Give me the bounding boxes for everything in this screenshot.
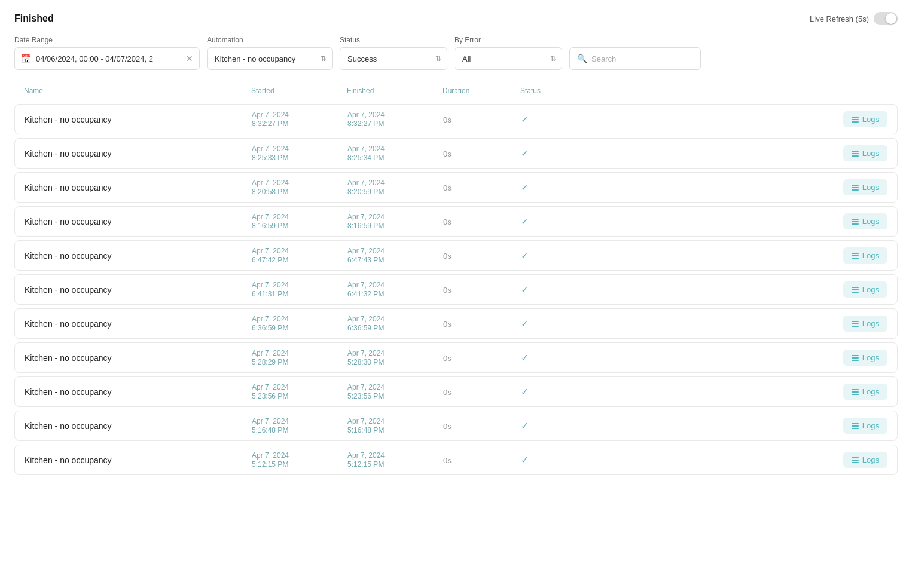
live-refresh-container: Live Refresh (5s) (810, 12, 898, 25)
row-actions: Logs (599, 316, 887, 332)
table-row: Kitchen - no occupancy Apr 7, 2024 8:25:… (14, 138, 898, 169)
row-name: Kitchen - no occupancy (25, 149, 252, 158)
row-started: Apr 7, 2024 5:28:29 PM (252, 349, 347, 366)
row-status: ✓ (521, 454, 599, 466)
automation-label: Automation (207, 36, 333, 44)
filters-bar: Date Range 📅 04/06/2024, 00:00 - 04/07/2… (14, 36, 898, 70)
row-finished: Apr 7, 2024 8:20:59 PM (347, 179, 443, 196)
row-name: Kitchen - no occupancy (25, 251, 252, 261)
logs-button[interactable]: Logs (843, 384, 887, 400)
logs-button[interactable]: Logs (843, 452, 887, 468)
started-time: 8:20:58 PM (252, 188, 347, 196)
started-date: Apr 7, 2024 (252, 315, 347, 323)
started-date: Apr 7, 2024 (252, 349, 347, 357)
row-actions: Logs (599, 281, 887, 298)
finished-time: 8:25:34 PM (347, 154, 443, 162)
logs-lines-icon (852, 117, 859, 122)
automation-filter: Automation Kitchen - no occupancy ⇅ (207, 36, 333, 70)
row-name: Kitchen - no occupancy (25, 183, 252, 192)
duration-value: 0s (443, 252, 452, 261)
logs-button[interactable]: Logs (843, 418, 887, 434)
finished-time: 5:12:15 PM (347, 460, 443, 468)
row-status: ✓ (521, 420, 599, 431)
finished-date: Apr 7, 2024 (347, 111, 443, 119)
status-check-icon: ✓ (521, 455, 529, 465)
row-status: ✓ (521, 114, 599, 125)
row-actions: Logs (599, 213, 887, 229)
finished-time: 5:16:48 PM (347, 426, 443, 434)
logs-lines-icon (852, 457, 859, 463)
finished-date: Apr 7, 2024 (347, 315, 443, 323)
row-duration: 0s (443, 421, 521, 431)
row-duration: 0s (443, 251, 521, 261)
row-started: Apr 7, 2024 5:16:48 PM (252, 417, 347, 434)
started-time: 5:12:15 PM (252, 460, 347, 468)
duration-value: 0s (443, 354, 452, 363)
logs-lines-icon (852, 151, 859, 157)
row-duration: 0s (443, 353, 521, 363)
row-started: Apr 7, 2024 6:36:59 PM (252, 315, 347, 332)
started-time: 8:32:27 PM (252, 120, 347, 128)
row-status: ✓ (521, 318, 599, 329)
row-status: ✓ (521, 182, 599, 193)
clear-date-icon[interactable]: ✕ (186, 54, 193, 63)
started-time: 6:41:31 PM (252, 290, 347, 298)
page-title: Finished (14, 13, 54, 24)
row-status: ✓ (521, 352, 599, 363)
duration-value: 0s (443, 388, 452, 397)
logs-button[interactable]: Logs (843, 179, 887, 195)
row-name: Kitchen - no occupancy (25, 455, 252, 465)
row-finished: Apr 7, 2024 8:25:34 PM (347, 145, 443, 162)
search-input[interactable] (591, 54, 693, 63)
logs-lines-icon (852, 219, 859, 225)
date-range-input[interactable]: 📅 04/06/2024, 00:00 - 04/07/2024, 2 ✕ (14, 47, 200, 70)
row-actions: Logs (599, 350, 887, 366)
finished-date: Apr 7, 2024 (347, 145, 443, 153)
logs-button[interactable]: Logs (843, 281, 887, 298)
row-finished: Apr 7, 2024 5:16:48 PM (347, 417, 443, 434)
logs-button[interactable]: Logs (843, 247, 887, 264)
status-check-icon: ✓ (521, 284, 529, 295)
automation-select-wrapper: Kitchen - no occupancy ⇅ (207, 47, 333, 70)
col-header-started: Started (251, 87, 347, 95)
logs-button[interactable]: Logs (843, 145, 887, 161)
status-select[interactable]: Success (340, 47, 447, 70)
table-row: Kitchen - no occupancy Apr 7, 2024 8:32:… (14, 104, 898, 134)
row-name: Kitchen - no occupancy (25, 387, 252, 397)
started-date: Apr 7, 2024 (252, 179, 347, 187)
live-refresh-label: Live Refresh (5s) (810, 14, 869, 23)
logs-button[interactable]: Logs (843, 316, 887, 332)
status-check-icon: ✓ (521, 353, 529, 363)
logs-button[interactable]: Logs (843, 350, 887, 366)
row-duration: 0s (443, 149, 521, 158)
table-row: Kitchen - no occupancy Apr 7, 2024 5:12:… (14, 445, 898, 475)
table-row: Kitchen - no occupancy Apr 7, 2024 5:28:… (14, 342, 898, 373)
status-check-icon: ✓ (521, 216, 529, 226)
logs-button[interactable]: Logs (843, 111, 887, 127)
finished-date: Apr 7, 2024 (347, 213, 443, 221)
logs-button[interactable]: Logs (843, 213, 887, 229)
row-finished: Apr 7, 2024 5:12:15 PM (347, 451, 443, 468)
automation-select[interactable]: Kitchen - no occupancy (207, 47, 333, 70)
by-error-label: By Error (455, 36, 562, 44)
row-finished: Apr 7, 2024 5:28:30 PM (347, 349, 443, 366)
started-date: Apr 7, 2024 (252, 247, 347, 255)
row-started: Apr 7, 2024 6:47:42 PM (252, 247, 347, 264)
row-name: Kitchen - no occupancy (25, 217, 252, 226)
row-duration: 0s (443, 285, 521, 295)
row-finished: Apr 7, 2024 5:23:56 PM (347, 383, 443, 400)
started-date: Apr 7, 2024 (252, 451, 347, 460)
live-refresh-toggle[interactable] (874, 12, 898, 25)
finished-time: 8:20:59 PM (347, 188, 443, 196)
by-error-select[interactable]: All (455, 47, 562, 70)
row-actions: Logs (599, 145, 887, 161)
col-header-status: Status (520, 87, 598, 95)
row-status: ✓ (521, 386, 599, 397)
started-date: Apr 7, 2024 (252, 383, 347, 391)
table-header: Name Started Finished Duration Status (14, 82, 898, 100)
by-error-filter: By Error All ⇅ (455, 36, 562, 70)
logs-lines-icon (852, 287, 859, 293)
started-time: 8:16:59 PM (252, 222, 347, 230)
duration-value: 0s (443, 218, 452, 226)
started-time: 5:23:56 PM (252, 392, 347, 400)
